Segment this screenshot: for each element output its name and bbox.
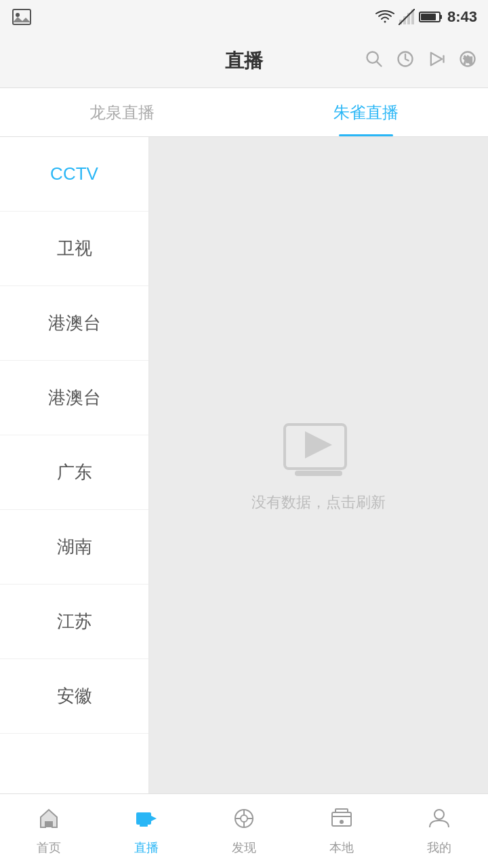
- nav-item-discover[interactable]: 发现: [195, 794, 293, 868]
- sidebar-item-guangdong[interactable]: 广东: [0, 435, 148, 510]
- sidebar-item-jiangsu[interactable]: 江苏: [0, 585, 148, 659]
- nav-label-live: 直播: [134, 840, 159, 856]
- svg-marker-18: [305, 431, 332, 458]
- status-time: 8:43: [447, 8, 477, 26]
- svg-point-34: [434, 810, 444, 819]
- sidebar-item-ganao1[interactable]: 港澳台: [0, 286, 148, 361]
- nav-label-local: 本地: [329, 840, 354, 856]
- bottom-nav: 首页 直播 发现: [0, 793, 488, 868]
- no-signal-icon: [399, 9, 415, 25]
- main-content[interactable]: 没有数据，点击刷新: [149, 137, 488, 793]
- sidebar-item-hunan[interactable]: 湖南: [0, 510, 148, 585]
- home-icon: [37, 807, 60, 835]
- svg-line-11: [377, 62, 381, 66]
- tab-zhuque[interactable]: 朱雀直播: [244, 88, 488, 136]
- sidebar-item-cctv[interactable]: CCTV: [0, 137, 148, 212]
- svg-rect-23: [140, 825, 148, 827]
- tab-longquan[interactable]: 龙泉直播: [0, 88, 244, 136]
- nav-item-mine[interactable]: 我的: [390, 794, 488, 868]
- image-icon: [11, 6, 33, 28]
- svg-point-1: [16, 13, 20, 17]
- no-data-icon: [281, 418, 356, 479]
- no-data-text: 没有数据，点击刷新: [251, 492, 386, 513]
- wifi-icon: [375, 9, 394, 24]
- svg-marker-22: [151, 816, 157, 821]
- search-icon[interactable]: [365, 50, 384, 73]
- sidebar: CCTV 卫视 港澳台 港澳台 广东 湖南 江苏 安徽: [0, 137, 149, 793]
- sidebar-item-weishi[interactable]: 卫视: [0, 212, 148, 286]
- nav-item-live[interactable]: 直播: [98, 794, 195, 868]
- shop-icon[interactable]: 淘: [458, 50, 477, 73]
- sidebar-item-ganao2[interactable]: 港澳台: [0, 361, 148, 435]
- nav-item-home[interactable]: 首页: [0, 794, 98, 868]
- history-icon[interactable]: [396, 50, 415, 73]
- toolbar-title: 直播: [225, 48, 263, 74]
- svg-rect-9: [421, 14, 436, 20]
- svg-rect-31: [336, 809, 348, 812]
- svg-text:淘: 淘: [464, 55, 472, 64]
- playlist-icon[interactable]: [427, 50, 446, 73]
- svg-point-33: [340, 820, 344, 824]
- nav-label-home: 首页: [37, 840, 61, 856]
- svg-rect-8: [440, 15, 442, 19]
- sidebar-item-anhui[interactable]: 安徽: [0, 659, 148, 734]
- svg-rect-21: [136, 812, 151, 825]
- svg-rect-20: [45, 822, 52, 827]
- live-icon: [135, 807, 158, 835]
- svg-rect-19: [295, 471, 342, 476]
- nav-label-discover: 发现: [232, 840, 256, 856]
- discover-icon: [232, 807, 256, 835]
- toolbar-icons: 淘: [365, 50, 477, 73]
- status-bar-right: 8:43: [375, 8, 477, 26]
- svg-marker-13: [431, 52, 442, 65]
- local-icon: [330, 807, 353, 835]
- tabs: 龙泉直播 朱雀直播: [0, 88, 488, 137]
- status-bar-left: [11, 6, 33, 28]
- nav-label-mine: 我的: [427, 840, 451, 856]
- status-bar: 8:43: [0, 0, 488, 34]
- battery-icon: [419, 10, 443, 24]
- nav-item-local[interactable]: 本地: [293, 794, 390, 868]
- mine-icon: [428, 807, 451, 835]
- svg-point-25: [241, 815, 247, 822]
- content-area: CCTV 卫视 港澳台 港澳台 广东 湖南 江苏 安徽 没有数据，: [0, 137, 488, 793]
- toolbar: 直播 淘: [0, 34, 488, 88]
